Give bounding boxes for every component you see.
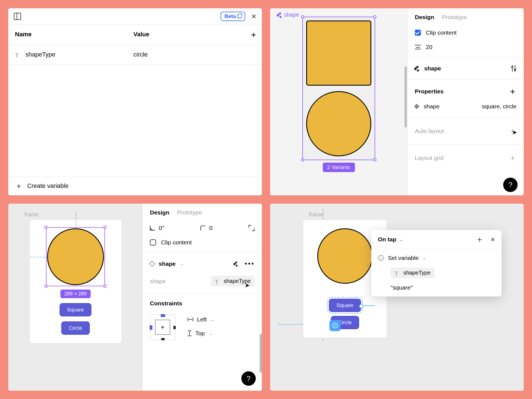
trigger-select[interactable]: On tap ⌄ [378, 236, 403, 243]
plus-icon: ＋ [15, 182, 23, 190]
chevron-down-icon[interactable]: ⌄ [180, 261, 184, 266]
expand-corners-icon[interactable] [249, 225, 255, 231]
instance-icon [149, 260, 155, 267]
gap-value[interactable]: 20 [426, 44, 432, 50]
variables-panel: Beta × Name Value ＋ shapeType circle ＋ C… [8, 8, 262, 195]
rotation-value[interactable]: 0° [159, 225, 164, 231]
beta-badge[interactable]: Beta [221, 12, 245, 21]
variant-circle[interactable] [306, 91, 371, 156]
cursor-icon: ➤ [512, 129, 517, 136]
beta-label: Beta [224, 13, 236, 19]
action-select[interactable]: Set variable ⌄ [378, 255, 495, 261]
close-icon[interactable]: × [251, 12, 256, 21]
interaction-popover: On tap ⌄ ＋ × Set variable ⌄ shapeType "s… [371, 230, 502, 296]
chevron-down-icon: ⌄ [423, 255, 426, 261]
variant-prop-icon [414, 104, 420, 109]
instance-panel: frame 289 × 289 Square Circle Design Pro… [8, 204, 262, 391]
external-link-icon [237, 14, 241, 18]
clip-content-label: Clip content [426, 29, 457, 36]
design-sidebar: Design Prototype 0° 0 Clip content shape… [143, 204, 262, 391]
variants-badge: 2 Variants [323, 163, 355, 172]
constraint-v-value: Top [195, 330, 205, 337]
add-layout-grid-icon[interactable]: ＋ [509, 154, 516, 162]
tab-prototype[interactable]: Prototype [442, 14, 467, 21]
tab-prototype[interactable]: Prototype [177, 209, 202, 216]
create-variable-button[interactable]: ＋ Create variable [8, 176, 262, 195]
property-values: square, circle [482, 103, 516, 110]
layout-grid-title: Layout grid [415, 155, 444, 161]
frame[interactable]: 289 × 289 Square Circle [30, 220, 121, 343]
component-set-icon [415, 66, 420, 71]
constraint-vertical[interactable]: Top ⌄ [188, 330, 214, 337]
target-variable-pill[interactable]: shapeType [391, 267, 434, 278]
horizontal-constraint-icon [188, 318, 193, 321]
add-property-icon[interactable]: ＋ [509, 88, 516, 95]
property-row[interactable]: shape square, circle [408, 100, 524, 115]
constraints-title: Constraints [150, 300, 182, 307]
selection-frame[interactable]: 2 Variants [302, 17, 375, 160]
circle-button[interactable]: Circle [61, 321, 90, 335]
auto-layout-title: Auto layout [415, 128, 444, 134]
square-button[interactable]: Square [329, 299, 361, 312]
add-variable-icon[interactable]: ＋ [250, 31, 257, 39]
col-name: Name [8, 25, 127, 45]
text-type-icon [215, 278, 221, 284]
variable-row[interactable]: shapeType circle [8, 45, 262, 65]
col-value: Value [127, 25, 245, 45]
constraints-widget[interactable]: + [150, 314, 175, 340]
tab-design[interactable]: Design [150, 209, 169, 216]
action-node[interactable] [329, 320, 341, 331]
radius-value[interactable]: 0 [209, 225, 213, 231]
component-label[interactable]: shape [277, 12, 299, 18]
properties-title: Properties [415, 88, 444, 95]
adjust-icon[interactable] [511, 65, 516, 72]
instance-name[interactable]: shape [159, 260, 176, 267]
dimensions-badge: 289 × 289 [60, 290, 91, 298]
square-button-label: Square [336, 302, 353, 308]
canvas[interactable]: frame 289 × 289 Square Circle [8, 204, 143, 391]
variable-name: shapeType [25, 51, 55, 58]
frame-label[interactable]: frame [309, 211, 513, 218]
add-action-icon[interactable]: ＋ [476, 236, 484, 243]
variant-square[interactable] [306, 21, 371, 86]
shape-circle [317, 228, 373, 284]
canvas[interactable]: shape 2 Variants [270, 8, 407, 195]
variable-value: circle [127, 45, 245, 64]
clip-content-checkbox[interactable] [415, 30, 421, 36]
component-icon [277, 12, 282, 17]
target-variable-name: shapeType [403, 270, 431, 276]
corner-radius-icon [200, 226, 205, 231]
selected-instance[interactable] [47, 228, 104, 285]
clip-content-checkbox[interactable] [150, 239, 156, 245]
tab-design[interactable]: Design [415, 14, 434, 21]
text-type-icon [395, 270, 401, 276]
action-value[interactable]: "square" [378, 284, 495, 291]
component-editor-panel: shape 2 Variants Design Prototype Clip c… [270, 8, 524, 195]
component-section-title: shape [424, 65, 441, 72]
go-to-main-icon[interactable] [234, 262, 238, 266]
action-label: Set variable [388, 255, 419, 261]
svg-point-3 [380, 257, 382, 259]
rotation-icon [150, 226, 155, 231]
create-variable-label: Create variable [27, 182, 68, 190]
frame-label[interactable]: frame [24, 211, 132, 218]
more-icon[interactable]: ••• [245, 259, 255, 268]
vertical-constraint-icon [188, 331, 191, 336]
prototype-wire[interactable] [361, 305, 375, 306]
scrollbar[interactable] [260, 334, 262, 373]
close-icon[interactable]: × [491, 236, 495, 243]
help-button[interactable]: ? [503, 178, 518, 192]
square-button[interactable]: Square [60, 303, 91, 316]
help-button[interactable]: ? [241, 371, 256, 386]
scrollbar[interactable] [405, 66, 407, 127]
variables-table-header: Name Value ＋ [8, 25, 262, 45]
hexagon-icon [332, 323, 338, 329]
prototype-panel: frame Square Circle On tap ⌄ ＋ × Set var… [270, 204, 524, 391]
chevron-down-icon: ⌄ [399, 237, 403, 242]
constraint-horizontal[interactable]: Left ⌄ [188, 316, 214, 323]
design-sidebar: Design Prototype Clip content 20 shape P… [407, 8, 524, 195]
sidebar-toggle-icon[interactable] [14, 13, 21, 20]
component-name: shape [284, 12, 299, 18]
chevron-down-icon: ⌄ [209, 331, 212, 336]
svg-point-1 [334, 325, 336, 326]
